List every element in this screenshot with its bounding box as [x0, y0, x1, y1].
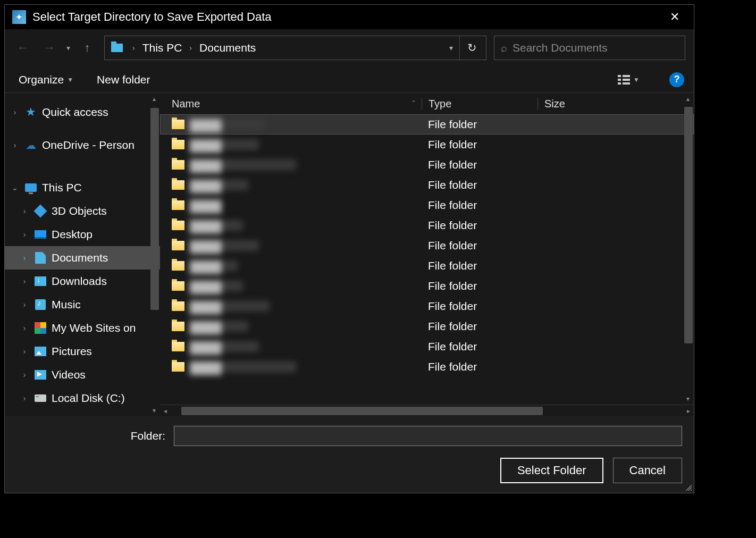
file-row[interactable]: ████File folder — [160, 215, 694, 236]
navigation-tree[interactable]: ▴ ▾ ›★Quick access›☁OneDrive - Person⌄Th… — [5, 93, 160, 416]
expander-icon[interactable]: › — [20, 394, 29, 402]
chevron-right-icon[interactable]: › — [129, 44, 138, 52]
dialog-footer: Folder: Select Folder Cancel — [5, 416, 694, 493]
mywebsites-icon — [33, 322, 47, 334]
search-input[interactable] — [513, 41, 678, 54]
file-type: File folder — [422, 239, 537, 252]
forward-button[interactable]: → — [40, 38, 59, 57]
folder-icon — [172, 160, 184, 170]
address-bar[interactable]: › This PC › Documents ▾ ↻ — [104, 36, 486, 60]
tree-item-this-pc[interactable]: ⌄This PC — [5, 176, 160, 199]
file-row[interactable]: ████File folder — [160, 337, 694, 357]
tree-item-downloads[interactable]: ›Downloads — [5, 270, 160, 293]
file-name-blurred: ████ — [190, 200, 222, 211]
new-folder-button[interactable]: New folder — [93, 70, 154, 89]
file-list: ▴ ▾ Name ˄ Type Size ████File folder████… — [160, 93, 694, 416]
folder-icon — [172, 281, 184, 291]
quick-access-icon: ★ — [24, 106, 38, 119]
organize-button[interactable]: Organize ▼ — [14, 70, 78, 89]
folder-icon — [172, 241, 184, 250]
file-row[interactable]: ████File folder — [160, 357, 694, 377]
tree-item-pictures[interactable]: ›Pictures — [5, 340, 160, 363]
search-box[interactable]: ⌕ — [494, 36, 685, 60]
chevron-down-icon: ▼ — [67, 76, 73, 83]
refresh-button[interactable]: ↻ — [459, 36, 484, 60]
breadcrumb-documents[interactable]: Documents — [197, 41, 258, 54]
file-row[interactable]: ████File folder — [160, 134, 694, 155]
horizontal-scrollbar[interactable]: ◂ ▸ — [160, 405, 694, 416]
recent-locations-dropdown[interactable]: ▾ — [66, 44, 70, 52]
help-button[interactable]: ? — [669, 72, 684, 87]
file-name-blurred: ████ — [190, 240, 259, 251]
file-type: File folder — [422, 138, 537, 151]
back-button[interactable]: ← — [13, 38, 32, 57]
close-button[interactable]: ✕ — [663, 5, 686, 29]
column-type[interactable]: Type — [422, 98, 537, 110]
expander-icon[interactable]: › — [20, 300, 29, 309]
tree-item-music[interactable]: ›Music — [5, 293, 160, 316]
expander-icon[interactable]: › — [20, 230, 29, 239]
file-type: File folder — [422, 158, 537, 171]
resize-grip[interactable] — [684, 483, 692, 491]
file-row[interactable]: ████File folder — [160, 296, 694, 316]
file-name-blurred: ████ — [190, 159, 296, 170]
downloads-icon — [33, 275, 47, 288]
breadcrumb-this-pc[interactable]: This PC — [140, 41, 184, 54]
column-name[interactable]: Name ˄ — [172, 98, 422, 110]
chevron-right-icon[interactable]: › — [186, 44, 195, 52]
expander-icon[interactable]: › — [20, 347, 29, 356]
tree-item-3d-objects[interactable]: ›3D Objects — [5, 199, 160, 223]
scroll-left-icon[interactable]: ◂ — [160, 407, 171, 415]
file-name-blurred: ████ — [190, 220, 243, 231]
expander-icon[interactable]: ⌄ — [10, 183, 20, 192]
expander-icon[interactable]: › — [20, 277, 29, 285]
file-row[interactable]: ████File folder — [160, 256, 694, 276]
tree-item-videos[interactable]: ›Videos — [5, 363, 160, 386]
file-row[interactable]: ████File folder — [160, 276, 694, 296]
cancel-button[interactable]: Cancel — [613, 458, 682, 483]
list-scrollbar-thumb[interactable] — [684, 107, 693, 343]
file-row[interactable]: ████File folder — [160, 155, 694, 175]
file-name-blurred: ████ — [190, 321, 248, 332]
file-row[interactable]: ████File folder — [160, 195, 694, 215]
tree-item-onedrive[interactable]: ›☁OneDrive - Person — [5, 133, 160, 157]
this-pc-icon — [24, 181, 38, 194]
folder-icon — [172, 140, 184, 149]
tree-scroll-up[interactable]: ▴ — [149, 94, 159, 104]
up-button[interactable]: ↑ — [78, 38, 97, 57]
expander-icon[interactable]: › — [20, 371, 29, 379]
expander-icon[interactable]: › — [10, 141, 20, 149]
file-row[interactable]: ████File folder — [160, 236, 694, 256]
nav-row: ← → ▾ ↑ › This PC › Documents ▾ ↻ ⌕ — [5, 29, 694, 66]
expander-icon[interactable]: › — [20, 254, 29, 262]
expander-icon[interactable]: › — [20, 324, 29, 332]
tree-item-local-disk[interactable]: ›Local Disk (C:) — [5, 386, 160, 410]
hscroll-thumb[interactable] — [181, 407, 543, 415]
expander-icon[interactable]: › — [20, 207, 29, 215]
scroll-right-icon[interactable]: ▸ — [683, 407, 694, 415]
expander-icon[interactable]: › — [10, 108, 20, 116]
file-row[interactable]: ████File folder — [160, 316, 694, 337]
tree-item-desktop[interactable]: ›Desktop — [5, 223, 160, 246]
select-folder-button[interactable]: Select Folder — [500, 458, 603, 483]
folder-input[interactable] — [174, 426, 682, 446]
new-folder-label: New folder — [97, 73, 150, 86]
tree-item-mywebsites[interactable]: ›My Web Sites on — [5, 316, 160, 340]
tree-scrollbar-thumb[interactable] — [150, 108, 159, 310]
file-row[interactable]: ████File folder — [160, 175, 694, 195]
file-name-blurred: ████ — [190, 362, 296, 372]
file-row[interactable]: ████File folder — [160, 114, 694, 134]
tree-scroll-down[interactable]: ▾ — [149, 406, 159, 415]
desktop-icon — [33, 228, 47, 241]
address-dropdown[interactable]: ▾ — [445, 44, 457, 52]
folder-icon — [172, 261, 184, 271]
view-options-button[interactable]: ▼ — [614, 73, 644, 87]
tree-item-label: Quick access — [42, 106, 108, 119]
file-type: File folder — [422, 340, 537, 353]
tree-item-quick-access[interactable]: ›★Quick access — [5, 100, 160, 124]
tree-item-documents[interactable]: ›Documents — [5, 246, 160, 270]
list-scroll-down[interactable]: ▾ — [683, 394, 693, 404]
tree-item-label: Downloads — [52, 275, 107, 288]
tree-item-label: Music — [52, 298, 81, 311]
column-size[interactable]: Size — [537, 98, 694, 110]
